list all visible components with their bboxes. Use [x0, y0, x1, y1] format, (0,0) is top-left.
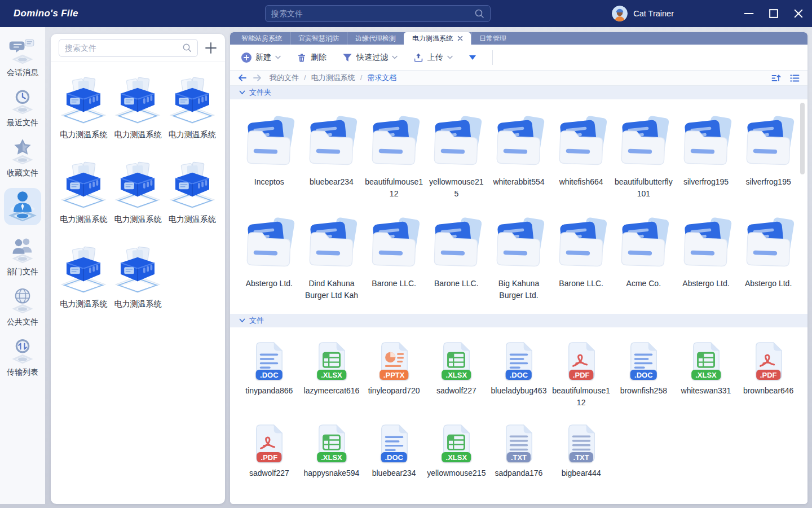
- project-item[interactable]: 电力测温系统: [58, 159, 109, 225]
- list-view-icon[interactable]: [790, 74, 800, 82]
- folder-item[interactable]: Abstergo Ltd.: [677, 214, 735, 301]
- folder-name: whiterabbit554: [489, 176, 548, 188]
- tab[interactable]: 电力测温系统: [404, 32, 471, 45]
- avatar[interactable]: [612, 6, 628, 21]
- folder-icon: [489, 113, 548, 172]
- folder-item[interactable]: whitefish664: [552, 113, 611, 200]
- folder-item[interactable]: beautifulmouse112: [365, 113, 423, 200]
- folder-item[interactable]: Abstergo Ltd.: [240, 214, 298, 301]
- file-item[interactable]: .XLSX yellowmouse215: [426, 423, 486, 479]
- back-arrow-icon[interactable]: [238, 74, 247, 82]
- file-item[interactable]: .PDF beautifulmouse112: [551, 341, 611, 409]
- breadcrumb-item[interactable]: 需求文档: [355, 73, 397, 83]
- breadcrumb-item[interactable]: 我的文件: [270, 73, 299, 83]
- folder-item[interactable]: Barone LLC.: [365, 214, 423, 301]
- upload-button-label: 上传: [427, 52, 443, 63]
- tab-close-icon[interactable]: [457, 36, 463, 41]
- folder-icon: [427, 113, 486, 172]
- file-name: bluebear234: [364, 467, 424, 479]
- app-title: Domino's File: [14, 8, 78, 19]
- funnel-icon: [342, 52, 352, 63]
- close-button[interactable]: [793, 8, 804, 19]
- project-item[interactable]: 电力测温系统: [112, 159, 163, 225]
- folder-item[interactable]: bluebear234: [302, 113, 361, 200]
- project-box-icon: [112, 75, 163, 125]
- file-name: bigbear444: [551, 467, 611, 479]
- sidebar-item[interactable]: 部门文件: [0, 232, 45, 282]
- project-panel: 电力测温系统 电力测温系统 电力测温系统 电力测温系统 电力测温系统: [51, 34, 225, 504]
- folder-name: Barone LLC.: [552, 278, 611, 290]
- scrollbar-thumb[interactable]: [800, 103, 805, 174]
- project-item[interactable]: 电力测温系统: [58, 75, 109, 140]
- folders-section-header[interactable]: 文件夹: [230, 86, 807, 99]
- sidebar-item-label: 收藏文件: [7, 168, 38, 178]
- maximize-button[interactable]: [768, 8, 779, 19]
- forward-arrow-icon[interactable]: [253, 74, 262, 82]
- files-section-label: 文件: [249, 316, 264, 326]
- tab-bar: 智能站房系统 宜宾智慧消防 边缘代理检测 电力测温系统: [230, 32, 807, 45]
- project-search[interactable]: [59, 39, 198, 57]
- minimize-button[interactable]: [743, 8, 754, 19]
- file-name: sadpanda176: [489, 467, 549, 479]
- folder-item[interactable]: Barone LLC.: [552, 214, 611, 301]
- file-item[interactable]: .DOC tinypanda866: [239, 341, 299, 409]
- folder-item[interactable]: silverfrog195: [739, 113, 798, 200]
- more-actions-caret[interactable]: [469, 54, 476, 61]
- project-item[interactable]: 电力测温系统: [112, 244, 163, 309]
- sidebar-item[interactable]: 公共文件: [0, 282, 45, 332]
- project-item[interactable]: 电力测温系统: [112, 75, 163, 140]
- folder-item[interactable]: whiterabbit554: [489, 113, 548, 200]
- tab[interactable]: 边缘代理检测: [347, 32, 404, 45]
- sidebar-item[interactable]: 会话消息: [0, 33, 45, 83]
- file-item[interactable]: .PDF brownbear646: [739, 341, 798, 409]
- file-item[interactable]: .DOC brownfish258: [614, 341, 673, 409]
- project-item[interactable]: 电力测温系统: [167, 159, 218, 225]
- file-item[interactable]: .TXT sadpanda176: [489, 423, 549, 479]
- files-section-header[interactable]: 文件: [230, 314, 807, 327]
- folder-item[interactable]: Barone LLC.: [427, 214, 486, 301]
- folder-item[interactable]: Acme Co.: [614, 214, 673, 301]
- toolbar: 新建 删除 快速过滤 上传: [230, 45, 807, 71]
- folder-item[interactable]: Abstergo Ltd.: [739, 214, 798, 301]
- sort-ascending-icon[interactable]: [771, 74, 781, 82]
- folder-item[interactable]: Big Kahuna Burger Ltd.: [489, 214, 548, 301]
- new-button[interactable]: 新建: [241, 52, 281, 63]
- file-item[interactable]: .XLSX sadwolf227: [426, 341, 486, 409]
- tab[interactable]: 智能站房系统: [233, 32, 290, 45]
- global-search[interactable]: [265, 5, 491, 22]
- file-item[interactable]: .XLSX happysnake594: [302, 423, 361, 479]
- project-item[interactable]: 电力测温系统: [167, 75, 218, 140]
- tab[interactable]: 日常管理: [471, 32, 514, 45]
- sidebar-item[interactable]: 收藏文件: [0, 133, 45, 183]
- file-item[interactable]: .PDF sadwolf227: [239, 423, 299, 479]
- file-item[interactable]: .DOC bluebear234: [364, 423, 424, 479]
- folder-item[interactable]: beautifulbutterfly101: [614, 113, 673, 200]
- breadcrumb-bar: 我的文件 电力测温系统 需求文档: [230, 71, 807, 86]
- breadcrumb: 我的文件 电力测温系统 需求文档: [270, 73, 396, 83]
- file-item[interactable]: .XLSX lazymeercat616: [302, 341, 361, 409]
- file-item[interactable]: .TXT bigbear444: [551, 423, 611, 479]
- folder-item[interactable]: yellowmouse215: [427, 113, 486, 200]
- breadcrumb-item[interactable]: 电力测温系统: [299, 73, 355, 83]
- sidebar: 会话消息 最近文件 收藏文件 部门文件: [0, 27, 45, 504]
- quick-filter-button[interactable]: 快速过滤: [342, 52, 398, 63]
- project-item[interactable]: 电力测温系统: [58, 244, 109, 309]
- tab[interactable]: 宜宾智慧消防: [290, 32, 347, 45]
- folder-item[interactable]: Inceptos: [240, 113, 298, 200]
- folder-icon: [427, 214, 486, 273]
- folder-item[interactable]: Dind Kahuna Burger Ltd Kah: [302, 214, 361, 301]
- add-project-button[interactable]: [204, 41, 218, 55]
- file-item[interactable]: .PPTX tinyleopard720: [364, 341, 424, 409]
- global-search-input[interactable]: [271, 9, 474, 18]
- toolbar-divider: [492, 50, 493, 65]
- sidebar-item[interactable]: [0, 183, 45, 232]
- sidebar-item[interactable]: 最近文件: [0, 83, 45, 133]
- folder-item[interactable]: silverfrog195: [677, 113, 735, 200]
- file-item[interactable]: .DOC blueladybug463: [489, 341, 549, 409]
- user-area[interactable]: Cat Trainer: [612, 0, 674, 27]
- upload-button[interactable]: 上传: [413, 52, 453, 63]
- sidebar-item[interactable]: 传输列表: [0, 332, 45, 383]
- project-search-input[interactable]: [65, 43, 182, 52]
- file-item[interactable]: .XLSX whiteswan331: [676, 341, 736, 409]
- delete-button[interactable]: 删除: [297, 52, 326, 63]
